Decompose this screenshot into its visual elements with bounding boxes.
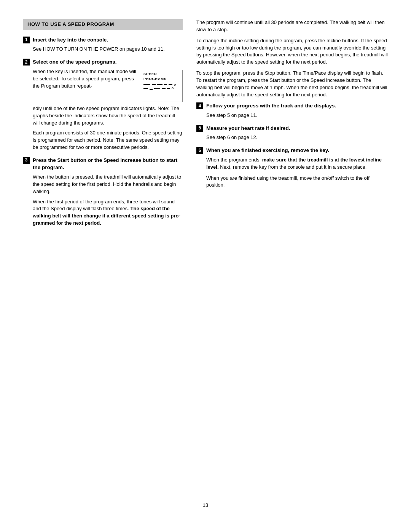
graph-dot-2 (172, 87, 174, 89)
right-intro-2: To change the incline setting during the… (196, 37, 388, 66)
step-2-text-before: When the key is inserted, the manual mod… (33, 69, 136, 89)
step-6-bold: make sure that the treadmill is at the l… (206, 157, 382, 170)
step-1-para-1: See HOW TO TURN ON THE POWER on pages 10… (33, 46, 183, 53)
step-4-title: Follow your progress with the track and … (206, 102, 388, 110)
step-6-number: 6 (196, 147, 203, 154)
step-6-title: When you are finished exercising, remove… (206, 147, 388, 154)
graph-line-1d (164, 84, 167, 85)
step-1-title: Insert the key into the console. (33, 36, 183, 44)
step-3: 3 Press the Start button or the Speed in… (23, 157, 183, 227)
step-1-content: Insert the key into the console. See HOW… (33, 36, 183, 53)
step-3-body: When the button is pressed, the treadmil… (33, 174, 183, 227)
step-6-body: When the program ends, make sure that th… (206, 157, 388, 189)
step-6-para-1: When the program ends, make sure that th… (206, 157, 388, 171)
speed-label: SPEED PROGRAMS (143, 72, 180, 81)
right-column: The program will continue until all 30 p… (196, 19, 388, 490)
step-4-number: 4 (196, 102, 203, 109)
step-5-body: See step 6 on page 12. (206, 134, 388, 141)
graph-line-1e (169, 84, 172, 85)
step-2-text-portion: When the key is inserted, the manual mod… (33, 68, 137, 102)
step-2-image-row: When the key is inserted, the manual mod… (33, 68, 183, 102)
step-6-content: When you are finished exercising, remove… (206, 147, 388, 189)
graph-line-2b (150, 89, 153, 90)
graph-line-1c (157, 84, 162, 85)
speed-programs-diagram: SPEED PROGRAMS (141, 70, 183, 102)
step-5-number: 5 (196, 125, 203, 132)
graph-row-1 (143, 84, 180, 86)
step-2-title: Select one of the speed programs. (33, 58, 183, 66)
step-2: 2 Select one of the speed programs. When… (23, 58, 183, 151)
step-4: 4 Follow your progress with the track an… (196, 102, 388, 119)
step-2-text-extra: Each program consists of 30 one-minute p… (33, 129, 183, 151)
step-5-para-1: See step 6 on page 12. (206, 134, 388, 141)
step-3-para-1: When the button is pressed, the treadmil… (33, 174, 183, 195)
step-4-content: Follow your progress with the track and … (206, 102, 388, 119)
page-number-text: 13 (203, 502, 208, 508)
step-6-para-2: When you are finished using the treadmil… (206, 175, 388, 189)
graph-line-2e (167, 88, 170, 89)
step-3-title-text: Press the Start button or the Speed incr… (33, 157, 177, 171)
two-column-layout: HOW TO USE A SPEED PROGRAM 1 Insert the … (23, 19, 388, 490)
graph-dot-1 (174, 84, 176, 86)
step-4-body: See step 5 on page 11. (206, 112, 388, 119)
step-2-body: When the key is inserted, the manual mod… (33, 68, 183, 151)
graph-line-2d (162, 88, 166, 89)
step-1-body: See HOW TO TURN ON THE POWER on pages 10… (33, 46, 183, 53)
step-5-title: Measure your heart rate if desired. (206, 125, 388, 132)
graph-line-2c (154, 88, 160, 89)
right-bold-1: when the next period begins, the treadmi… (196, 52, 388, 65)
step-3-content: Press the Start button or the Speed incr… (33, 157, 183, 227)
section-header: HOW TO USE A SPEED PROGRAM (23, 19, 183, 30)
step-1: 1 Insert the key into the console. See H… (23, 36, 183, 53)
step-1-number: 1 (23, 37, 30, 43)
step-5-content: Measure your heart rate if desired. See … (206, 125, 388, 141)
speed-text: SPEED (143, 72, 157, 76)
graph-line-1b (152, 84, 156, 85)
step-2-number: 2 (23, 59, 30, 66)
graph-row-2 (143, 87, 180, 90)
step-2-content: Select one of the speed programs. When t… (33, 58, 183, 151)
right-intro-3: To stop the program, press the Stop butt… (196, 70, 388, 98)
section-header-text: HOW TO USE A SPEED PROGRAM (27, 21, 114, 27)
step-3-bold: The speed of the walking belt will then … (33, 206, 180, 226)
step-3-para-2: When the first period of the program end… (33, 198, 183, 227)
step-5: 5 Measure your heart rate if desired. Se… (196, 125, 388, 141)
left-column: HOW TO USE A SPEED PROGRAM 1 Insert the … (23, 19, 183, 490)
step-4-para-1: See step 5 on page 11. (206, 112, 388, 119)
right-intro-1: The program will continue until all 30 p… (196, 19, 388, 34)
step-6: 6 When you are finished exercising, remo… (196, 147, 388, 189)
page-number: 13 (23, 502, 388, 509)
programs-text: PROGRAMS (143, 77, 167, 81)
graph-line-1a (143, 84, 150, 85)
step-2-text-after: edly until one of the two speed program … (33, 105, 183, 127)
step-3-number: 3 (23, 157, 30, 164)
step-3-title: Press the Start button or the Speed incr… (33, 157, 183, 171)
graph-lines (143, 84, 180, 90)
graph-line-2a (143, 88, 148, 89)
page: HOW TO USE A SPEED PROGRAM 1 Insert the … (0, 0, 411, 532)
